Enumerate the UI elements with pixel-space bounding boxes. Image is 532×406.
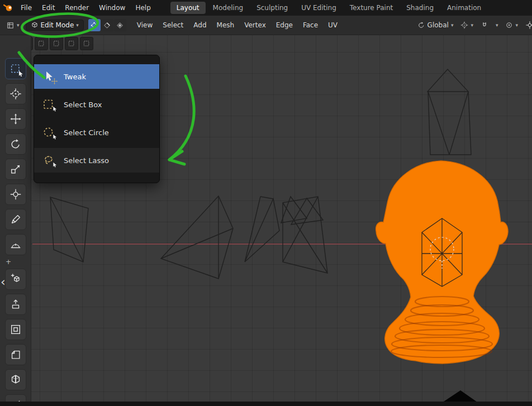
proportional-editing-toggle[interactable]: ▾ — [504, 20, 520, 30]
chevron-down-icon: ▾ — [76, 23, 79, 28]
tool-option-label: Select Box — [64, 101, 102, 109]
menu-file[interactable]: File — [16, 0, 37, 16]
select-circle-icon — [42, 126, 56, 139]
tool-option-label: Select Lasso — [64, 156, 109, 165]
dashed-box-icon — [37, 40, 45, 47]
add-cube-icon — [10, 273, 22, 285]
toolbar-collapse-arrow[interactable]: ‹ — [1, 276, 6, 288]
vertex-mode-icon — [90, 21, 98, 30]
tool-option-select-box[interactable]: Select Box — [34, 92, 159, 117]
loop-cut-icon — [10, 374, 22, 386]
menu-help[interactable]: Help — [130, 0, 155, 16]
select-mode-toggles — [88, 19, 126, 31]
select-mode-intersect-button[interactable] — [65, 37, 78, 50]
move-icon — [51, 78, 58, 85]
extrude-icon — [10, 298, 22, 311]
mode-label: Edit Mode — [41, 21, 74, 29]
tab-texture-paint[interactable]: Texture Paint — [344, 2, 399, 14]
tool-annotate-button[interactable] — [5, 209, 26, 230]
select-lasso-icon — [42, 154, 56, 167]
tool-add-cube-button[interactable] — [5, 269, 26, 290]
proportional-falloff-icon — [505, 21, 513, 29]
tool-option-tweak[interactable]: Tweak — [34, 64, 159, 89]
header-right-controls: Global ▾ ▾ ▾ ▾ — [416, 20, 532, 31]
menu-mesh[interactable]: Mesh — [212, 21, 240, 29]
pivot-point-dropdown[interactable]: ▾ — [459, 20, 475, 30]
face-mode-icon — [116, 21, 124, 30]
tool-loop-cut-button[interactable] — [5, 369, 26, 390]
editor-type-button[interactable]: ▾ — [3, 20, 23, 31]
menu-edge[interactable]: Edge — [271, 21, 298, 29]
tool-measure-button[interactable] — [5, 234, 26, 255]
magnet-icon — [481, 21, 488, 29]
blender-logo-icon[interactable] — [0, 4, 16, 12]
edge-mode-icon — [103, 21, 111, 30]
dashed-box-icon — [68, 40, 75, 47]
overlays-icon — [525, 21, 532, 30]
menu-uv[interactable]: UV — [323, 21, 343, 29]
tool-inset-faces-button[interactable] — [5, 319, 26, 340]
bevel-icon — [10, 348, 22, 361]
tool-cursor-button[interactable] — [5, 83, 26, 104]
bottom-edge-bar — [0, 402, 532, 406]
tool-bevel-button[interactable] — [5, 344, 26, 365]
editor-type-icon — [6, 21, 15, 30]
tool-option-select-lasso[interactable]: Select Lasso — [34, 148, 159, 173]
edit-mode-icon — [31, 21, 39, 29]
workspace-tabs: Layout Modeling Sculpting UV Editing Tex… — [170, 0, 487, 16]
menu-window[interactable]: Window — [94, 0, 130, 16]
edge-select-mode-button[interactable] — [101, 19, 113, 31]
cursor-icon — [51, 133, 58, 141]
cursor-icon — [51, 161, 58, 169]
cursor-3d-icon — [10, 88, 22, 100]
left-toolbar: + — [0, 35, 31, 402]
tool-option-label: Tweak — [64, 73, 86, 81]
tool-option-select-circle[interactable]: Select Circle — [34, 120, 159, 145]
select-mode-difference-button[interactable] — [80, 37, 93, 50]
tab-animation[interactable]: Animation — [441, 2, 487, 14]
annotate-pen-icon — [10, 213, 22, 226]
snap-settings-dropdown[interactable]: ▾ — [494, 22, 500, 29]
dashed-box-icon — [83, 40, 91, 47]
tab-layout[interactable]: Layout — [170, 2, 206, 14]
tab-shading[interactable]: Shading — [400, 2, 440, 14]
menu-edit[interactable]: Edit — [37, 0, 60, 16]
viewport-header: ▾ Edit Mode ▾ View Select Add Mesh Verte… — [0, 16, 532, 35]
transform-orientation-dropdown[interactable]: Global ▾ — [416, 20, 455, 30]
tab-uv-editing[interactable]: UV Editing — [295, 2, 343, 14]
tab-sculpting[interactable]: Sculpting — [250, 2, 294, 14]
select-mode-subtract-button[interactable] — [35, 37, 48, 50]
select-box-icon — [42, 98, 56, 111]
face-select-mode-button[interactable] — [114, 19, 126, 31]
tool-transform-button[interactable] — [5, 184, 26, 205]
tool-move-button[interactable] — [5, 108, 26, 130]
tool-knife-button[interactable] — [5, 394, 26, 402]
tool-scale-button[interactable] — [5, 159, 26, 180]
tool-tweak-button[interactable] — [5, 58, 26, 79]
menu-select[interactable]: Select — [158, 21, 188, 29]
mode-dropdown[interactable]: Edit Mode ▾ — [26, 20, 84, 31]
chevron-down-icon: ▾ — [451, 23, 454, 28]
tweak-icon — [42, 70, 56, 83]
tool-rotate-button[interactable] — [5, 133, 26, 155]
plus-icon: + — [6, 259, 11, 265]
chevron-down-icon: ▾ — [496, 23, 498, 28]
cursor-icon — [51, 106, 58, 113]
menu-add[interactable]: Add — [188, 21, 211, 29]
pivot-icon — [460, 21, 468, 29]
chevron-down-icon: ▾ — [515, 23, 518, 28]
menu-view[interactable]: View — [132, 21, 158, 29]
view-options-button[interactable] — [524, 20, 532, 31]
tab-modeling[interactable]: Modeling — [207, 2, 250, 14]
snap-toggle-button[interactable] — [479, 20, 490, 30]
vertex-select-mode-button[interactable] — [88, 19, 101, 31]
menu-vertex[interactable]: Vertex — [239, 21, 271, 29]
topbar: File Edit Render Window Help Layout Mode… — [0, 0, 532, 16]
select-mode-invert-button[interactable] — [50, 37, 63, 50]
tool-extrude-region-button[interactable] — [5, 294, 26, 315]
menu-render[interactable]: Render — [60, 0, 94, 16]
mesh-head-selected[interactable] — [376, 161, 508, 364]
cursor-icon — [16, 70, 25, 78]
transform-gizmo-icon — [10, 188, 22, 200]
menu-face[interactable]: Face — [298, 21, 323, 29]
